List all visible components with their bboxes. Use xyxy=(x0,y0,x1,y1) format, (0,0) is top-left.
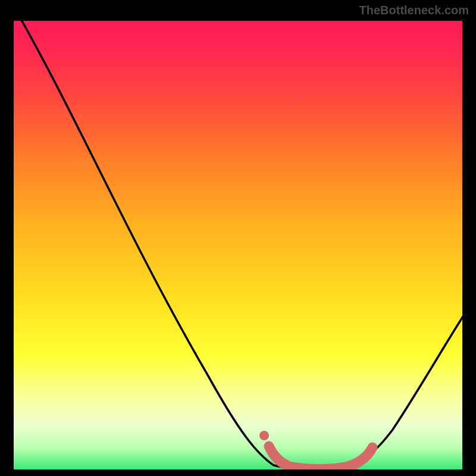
chart-container xyxy=(12,19,464,471)
watermark-text: TheBottleneck.com xyxy=(359,4,469,17)
background-gradient xyxy=(12,19,464,471)
